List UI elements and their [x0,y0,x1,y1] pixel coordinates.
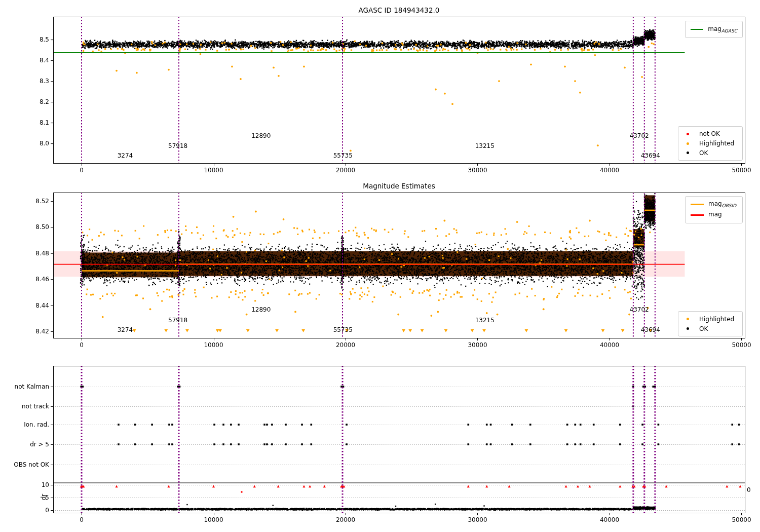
obsid-annotation: 12890 [251,132,271,139]
figure: AGASC ID 184943432.0 Magnitude Estimates… [0,0,760,532]
dr-axis-label: dr [40,494,47,501]
top-y-tick-label: 8.0 [20,140,49,147]
obsid-annotation: 3274 [118,326,133,333]
top-y-tick-label: 8.2 [20,98,49,105]
top-y-tick-label: 8.3 [20,78,49,85]
agasc-plot-title: AGASC ID 184943432.0 [53,6,745,14]
legend-item-ok: OK [683,148,737,158]
top-y-tick-label: 8.5 [20,36,49,43]
mag-label: mag [708,211,722,219]
mag-obsid-line-swatch [691,204,704,205]
mid-y-tick-label: 8.46 [20,276,49,283]
mag-line-swatch [691,214,704,216]
legend-top-markers: not OK Highlighted OK [678,126,743,161]
flag-row-label: Ion. rad. [0,421,49,428]
flag-row-label: not Kalman [0,383,49,390]
mid-y-tick-label: 8.48 [20,250,49,257]
obsid-annotation: 55735 [333,152,353,159]
obsid-annotation: 12890 [251,306,271,313]
top-x-tick-label: 40000 [600,167,619,174]
flag-row-label: OBS not OK [0,461,49,468]
dr-right-zero-label: 0 [747,486,751,493]
ok-dot-swatch [687,151,689,154]
mid-y-tick-label: 8.42 [20,328,49,335]
bot-x-tick-label: 0 [80,516,84,523]
top-x-tick-label: 10000 [204,167,223,174]
not-ok-dot-swatch [687,133,689,135]
not-ok-label: not OK [699,130,720,137]
mag-agasc-line-swatch [691,29,703,30]
mag-agasc-label: magAGASC [708,25,737,33]
mid-x-tick-label: 30000 [468,341,487,349]
bot-x-tick-label: 20000 [336,516,355,523]
ok-label: OK [699,149,708,157]
highlighted-label: Highlighted [699,140,734,147]
legend-item-ok-mid: OK [683,324,737,333]
obsid-annotation: 55735 [333,326,353,333]
mid-x-tick-label: 40000 [600,341,619,349]
top-x-tick-label: 50000 [732,167,751,174]
mid-x-tick-label: 50000 [732,341,751,349]
mid-y-tick-label: 8.50 [20,223,49,231]
dr-tick-label: 10 [20,481,49,488]
top-x-tick-label: 30000 [468,167,487,174]
obsid-annotation: 13215 [475,317,495,324]
legend-item-mag-agasc: magAGASC [691,24,737,34]
legend-item-highlighted: Highlighted [683,139,737,148]
magnitude-estimates-title: Magnitude Estimates [53,182,745,190]
dr-tick-label: 0 [20,507,49,514]
highlighted-dot-swatch [687,318,689,320]
highlighted-dot-swatch [687,142,689,145]
obsid-annotation: 43694 [641,152,660,159]
obsid-annotation: 57918 [168,142,187,149]
bot-x-tick-label: 40000 [600,516,619,523]
top-y-tick-label: 8.1 [20,119,49,126]
mid-y-tick-label: 8.44 [20,302,49,309]
bot-x-tick-label: 30000 [468,516,487,523]
legend-item-not-ok: not OK [683,129,737,139]
ok-label: OK [699,325,708,332]
bot-x-tick-label: 50000 [732,516,751,523]
flag-row-label: dr > 5 [0,441,49,448]
legend-mag-agasc: magAGASC [685,21,743,38]
mid-y-tick-label: 8.52 [20,198,49,205]
top-y-tick-label: 8.4 [20,57,49,64]
obsid-annotation: 43694 [641,326,660,333]
legend-item-highlighted-mid: Highlighted [683,314,737,324]
obsid-annotation: 43702 [630,132,649,139]
ok-dot-swatch [687,327,689,330]
flags-dr-canvas [0,355,760,532]
obsid-annotation: 57918 [168,317,187,324]
legend-item-mag-obsid: magOBSID [691,200,737,210]
highlighted-label: Highlighted [699,316,734,323]
top-x-tick-label: 0 [80,167,84,174]
legend-mag-obsid: magOBSID mag [685,196,743,223]
legend-mid-markers: Highlighted OK [678,311,743,336]
mag-obsid-label: magOBSID [708,200,736,208]
mid-x-tick-label: 10000 [204,341,223,349]
legend-item-mag: mag [691,210,737,220]
mid-x-tick-label: 0 [80,341,84,349]
bot-x-tick-label: 10000 [204,516,223,523]
obsid-annotation: 43702 [630,306,649,313]
top-x-tick-label: 20000 [336,167,355,174]
mid-x-tick-label: 20000 [336,341,355,349]
obsid-annotation: 3274 [118,152,133,159]
obsid-annotation: 13215 [475,142,495,149]
flag-row-label: not track [0,403,49,410]
